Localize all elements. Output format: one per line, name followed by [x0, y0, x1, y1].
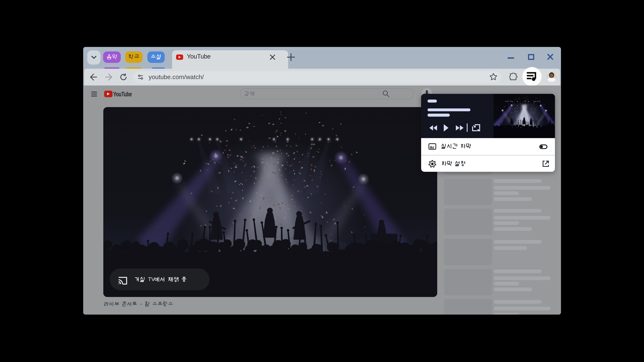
- svg-text:–: –: [140, 301, 142, 307]
- svg-text:TV: TV: [148, 277, 155, 282]
